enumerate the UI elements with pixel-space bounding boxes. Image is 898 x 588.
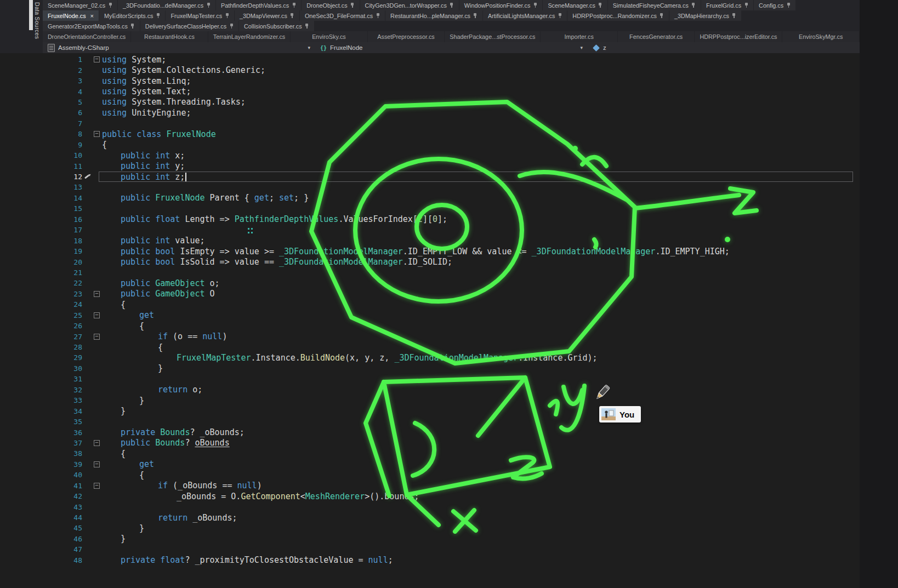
code-line-10: 10public int x;	[0, 150, 853, 161]
pin-icon[interactable]	[598, 3, 603, 8]
pin-icon[interactable]	[473, 13, 478, 19]
tab-hdrppostproc-randomizer-cs[interactable]: HDRPPostproc...Randomizer.cs	[567, 10, 669, 21]
navigation-bar: Assembly-CSharp FruxelNode z	[43, 42, 860, 53]
project-name: Assembly-CSharp	[58, 44, 109, 51]
tab-artificiallightsmanager-cs[interactable]: ArtificialLightsManager.cs	[483, 10, 567, 21]
pin-icon[interactable]	[376, 13, 380, 19]
tab-windowpositionfinder-cs[interactable]: WindowPositionFinder.cs	[459, 0, 543, 10]
tab-fruxelmaptester-cs[interactable]: FruxelMapTester.cs	[166, 10, 234, 21]
tab-label: WindowPositionFinder.cs	[464, 2, 531, 9]
tab-pathfinderdepthvalues-cs[interactable]: PathfinderDepthValues.cs	[216, 0, 301, 10]
pin-icon[interactable]	[229, 24, 234, 29]
tab-fruxelgrid-cs[interactable]: FruxelGrid.cs	[701, 0, 753, 10]
pin-icon[interactable]	[225, 13, 229, 19]
close-icon[interactable]	[90, 13, 94, 19]
tab-fencesgenerator-cs[interactable]: FencesGenerator.cs	[618, 31, 695, 42]
pin-icon[interactable]	[691, 3, 696, 8]
tab-label: HDRPPostproc...Randomizer.cs	[572, 13, 657, 19]
collapse-toggle[interactable]	[94, 440, 100, 446]
tab-scenemanager-02-cs[interactable]: SceneManager_02.cs	[43, 0, 117, 10]
tab-fruxelnode-cs[interactable]: FruxelNode.cs	[43, 10, 99, 21]
tab-restauranthook-cs[interactable]: RestaurantHook.cs	[131, 31, 208, 42]
pin-icon[interactable]	[290, 13, 294, 19]
tab-droneorientationcontroller-cs[interactable]: DroneOrientationController.cs	[43, 31, 130, 42]
tab-generator2exportmaptools-cs[interactable]: Generator2ExportMapTools.cs	[43, 21, 140, 31]
tab-terrainlayerrandomizer-cs[interactable]: TerrainLayerRandomizer.cs	[208, 31, 290, 42]
tab-envirosky-cs[interactable]: EnviroSky.cs	[291, 31, 367, 42]
code-text: public GameObject o;	[102, 278, 220, 288]
tab-label: OneSec3D_FileFormat.cs	[305, 13, 373, 19]
tab-onesec3d-fileformat-cs[interactable]: OneSec3D_FileFormat.cs	[300, 10, 385, 21]
tab-config-cs[interactable]: Config.cs	[754, 0, 795, 10]
line-number: 24	[0, 300, 82, 309]
pin-icon[interactable]	[450, 3, 454, 8]
tab-row-2: FruxelNode.csMyEditorScripts.csFruxelMap…	[43, 10, 860, 21]
tab-citygen3dgen-torwrapper-cs[interactable]: CityGen3DGen...torWrapper.cs	[360, 0, 459, 10]
line-number: 34	[0, 407, 82, 415]
code-text: FruxelMapTester.Instance.BuildNode(x, y,…	[102, 353, 598, 363]
code-line-15: 15	[0, 203, 853, 214]
tab-label: ShaderPackage...stProcessor.cs	[450, 33, 535, 40]
left-rail-indicator	[29, 0, 33, 30]
tab-simulatedfisheyecamera-cs[interactable]: SimulatedFisheyeCamera.cs	[608, 0, 701, 10]
collapse-toggle[interactable]	[94, 461, 100, 467]
tab-label: FencesGenerator.cs	[629, 33, 683, 40]
line-number: 32	[0, 386, 82, 394]
project-icon	[48, 44, 55, 52]
pin-icon[interactable]	[206, 3, 211, 8]
tab-importer-cs[interactable]: Importer.cs	[541, 31, 617, 42]
right-edge-panel	[860, 0, 898, 588]
tab-myeditorscripts-cs[interactable]: MyEditorScripts.cs	[99, 10, 165, 21]
tab-assetpreprocessor-cs[interactable]: AssetPreprocessor.cs	[368, 31, 445, 42]
line-number: 43	[0, 503, 82, 511]
pin-icon[interactable]	[744, 3, 748, 8]
pin-icon[interactable]	[305, 24, 309, 29]
tab--3dfoundatio-delmanager-cs[interactable]: _3DFoundatio...delManager.cs	[118, 0, 215, 10]
tab--3dmaphierarchy-cs[interactable]: _3DMapHierarchy.cs	[669, 10, 741, 21]
tab-label: RestaurantHo...pleManager.cs	[390, 13, 470, 19]
tab-hdrppostproc-izereditor-cs[interactable]: HDRPPostproc...izerEditor.cs	[695, 31, 782, 42]
collapse-toggle[interactable]	[94, 131, 100, 137]
tab-droneobject-cs[interactable]: DroneObject.cs	[302, 0, 359, 10]
collapse-toggle[interactable]	[94, 483, 100, 489]
collapse-toggle[interactable]	[94, 312, 100, 318]
data-sources-tool-tab[interactable]: Data Sources	[34, 2, 41, 39]
tab-row-4: DroneOrientationController.csRestaurantH…	[43, 31, 860, 42]
pin-icon[interactable]	[156, 13, 160, 19]
tab-row-3: Generator2ExportMapTools.csDeliverySurfa…	[43, 21, 860, 31]
chevron-down-icon	[308, 45, 310, 50]
collapse-toggle[interactable]	[94, 291, 100, 297]
line-number: 30	[0, 364, 82, 373]
line-number: 21	[0, 269, 82, 277]
pin-icon[interactable]	[660, 13, 664, 19]
project-dropdown[interactable]: Assembly-CSharp	[43, 42, 315, 53]
code-line-45: 45}	[0, 523, 853, 533]
tab-restaurantho-plemanager-cs[interactable]: RestaurantHo...pleManager.cs	[385, 10, 482, 21]
pin-icon[interactable]	[533, 3, 537, 8]
tab-shaderpackage-stprocessor-cs[interactable]: ShaderPackage...stProcessor.cs	[445, 31, 540, 42]
type-dropdown[interactable]: FruxelNode	[315, 42, 588, 53]
code-line-12: 12public int z;	[0, 172, 853, 182]
tab-enviroskymgr-cs[interactable]: EnviroSkyMgr.cs	[782, 31, 859, 42]
line-number: 44	[0, 513, 82, 522]
member-dropdown[interactable]: z	[588, 42, 860, 53]
pin-icon[interactable]	[558, 13, 562, 19]
code-line-24: 24{	[0, 299, 853, 310]
tab-collisionsubscriber-cs[interactable]: CollisionSubscriber.cs	[239, 21, 314, 31]
pin-icon[interactable]	[350, 3, 355, 8]
pin-icon[interactable]	[786, 3, 791, 8]
tab--3dmapviewer-cs[interactable]: _3DMapViewer.cs	[235, 10, 299, 21]
left-rail: Data Sources	[0, 0, 43, 53]
tab-label: EnviroSkyMgr.cs	[799, 33, 843, 40]
code-line-16: 16public float Length => PathfinderDepth…	[0, 214, 853, 225]
code-editor[interactable]: 1using System;2using System.Collections.…	[0, 53, 898, 588]
tab-deliverysurfaceclasshelper-cs[interactable]: DeliverySurfaceClassHelper.cs	[140, 21, 238, 31]
tab-scenemanager-cs[interactable]: SceneManager.cs	[543, 0, 607, 10]
collapse-toggle[interactable]	[94, 56, 100, 62]
code-line-29: 29FruxelMapTester.Instance.BuildNode(x, …	[0, 352, 853, 363]
pin-icon[interactable]	[732, 13, 736, 19]
pin-icon[interactable]	[108, 3, 112, 8]
pin-icon[interactable]	[292, 3, 296, 8]
pin-icon[interactable]	[130, 24, 135, 29]
collapse-toggle[interactable]	[94, 334, 100, 340]
